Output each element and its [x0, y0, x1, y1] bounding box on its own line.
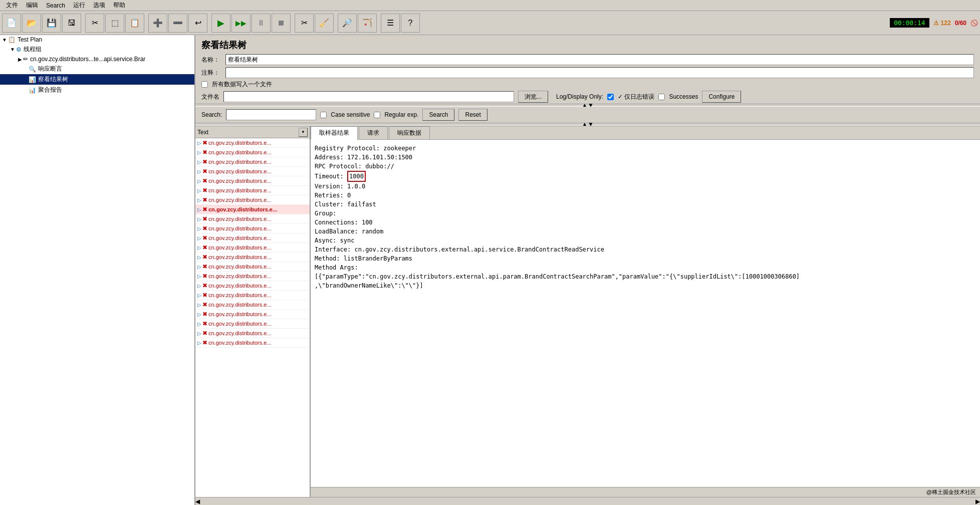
detail-line-async: Async: sync: [315, 236, 976, 245]
clear-button[interactable]: ↩: [188, 14, 207, 33]
tree-item-sampler[interactable]: ▶ ✏ cn.gov.zcy.distributors...te...api.s…: [0, 55, 194, 64]
stop-button[interactable]: ⏹: [272, 14, 291, 33]
menu-file[interactable]: 文件: [2, 0, 22, 11]
tree-item-assertion[interactable]: 🔍 响应断言: [0, 64, 194, 74]
list-item[interactable]: ▷ ✖ cn.gov.zcy.distributors.e...: [195, 224, 310, 233]
help-arrow-button[interactable]: 🏹: [358, 14, 377, 33]
menu-edit[interactable]: 编辑: [22, 0, 42, 11]
detail-line-registry: Registry Protocol: zookeeper: [315, 144, 976, 153]
list-item-selected[interactable]: ▷ ✖ cn.gov.zcy.distributors.e...: [195, 205, 310, 214]
arrow-icon: ▷: [197, 293, 201, 298]
tab-request[interactable]: 请求: [359, 126, 388, 139]
cut-button[interactable]: ✂: [85, 14, 104, 33]
list-item[interactable]: ▷ ✖ cn.gov.zcy.distributors.e...: [195, 329, 310, 338]
search-label: Search:: [201, 111, 222, 118]
error-icon: ✖: [202, 149, 207, 156]
broom-button[interactable]: 🧹: [315, 14, 334, 33]
detail-line-interface: Interface: cn.gov.zcy.distributors.exter…: [315, 245, 976, 254]
tree-item-listener-tree[interactable]: 📊 察看结果树: [0, 74, 194, 85]
start-no-pause-button[interactable]: ▶▶: [231, 14, 251, 33]
new-button[interactable]: 📄: [2, 14, 21, 33]
result-text: cn.gov.zcy.distributors.e...: [208, 197, 308, 203]
browse-button[interactable]: 浏览...: [518, 91, 548, 103]
menu-options[interactable]: 选项: [89, 0, 109, 11]
error-icon: ✖: [202, 196, 207, 203]
log-display-label: Log/Display Only:: [556, 93, 603, 100]
expand-icon: [26, 87, 28, 93]
remove-button[interactable]: ➖: [168, 14, 187, 33]
horizontal-scrollbar[interactable]: ◀ ▶: [195, 497, 980, 505]
results-area: Text ▼ ▷ ✖ cn.gov.zcy.distributors.e... …: [195, 126, 980, 497]
comment-row: 注释：: [195, 66, 980, 79]
name-input[interactable]: [225, 54, 974, 65]
list-item[interactable]: ▷ ✖ cn.gov.zcy.distributors.e...: [195, 233, 310, 243]
list-item[interactable]: ▷ ✖ cn.gov.zcy.distributors.e...: [195, 167, 310, 176]
tree-item-listener-report[interactable]: 📊 聚合报告: [0, 85, 194, 95]
list-item[interactable]: ▷ ✖ cn.gov.zcy.distributors.e...: [195, 272, 310, 281]
list-item[interactable]: ▷ ✖ cn.gov.zcy.distributors.e...: [195, 176, 310, 186]
list-header-label: Text: [197, 129, 297, 136]
list-item[interactable]: ▷ ✖ cn.gov.zcy.distributors.e...: [195, 195, 310, 205]
scroll-right-arrow: ▶: [975, 498, 980, 505]
comment-input[interactable]: [225, 67, 974, 78]
paste-button[interactable]: 📋: [125, 14, 144, 33]
menu-search[interactable]: Search: [42, 1, 69, 10]
tree-item-thread-group[interactable]: ▼ ⚙ 线程组: [0, 44, 194, 55]
list-item[interactable]: ▷ ✖ cn.gov.zcy.distributors.e...: [195, 338, 310, 348]
list-item[interactable]: ▷ ✖ cn.gov.zcy.distributors.e...: [195, 148, 310, 157]
copy-button[interactable]: ⬚: [105, 14, 124, 33]
panel-header: 察看结果树: [195, 35, 980, 53]
result-text: cn.gov.zcy.distributors.e...: [208, 264, 308, 270]
list-item[interactable]: ▷ ✖ cn.gov.zcy.distributors.e...: [195, 281, 310, 291]
open-button[interactable]: 📂: [22, 14, 41, 33]
save-button[interactable]: 💾: [42, 14, 61, 33]
menu-run[interactable]: 运行: [69, 0, 89, 11]
list-item[interactable]: ▷ ✖ cn.gov.zcy.distributors.e...: [195, 319, 310, 329]
log-display-row: Log/Display Only: ✓ 仅日志错误 Successes Conf…: [556, 91, 741, 103]
list-item[interactable]: ▷ ✖ cn.gov.zcy.distributors.e...: [195, 186, 310, 195]
result-text: cn.gov.zcy.distributors.e...: [208, 187, 308, 193]
list-item[interactable]: ▷ ✖ cn.gov.zcy.distributors.e...: [195, 300, 310, 310]
case-sensitive-checkbox[interactable]: [320, 112, 327, 118]
list-item[interactable]: ▷ ✖ cn.gov.zcy.distributors.e...: [195, 138, 310, 148]
detail-line-args-value-1: [{"paramType":"cn.gov.zcy.distributors.e…: [315, 272, 976, 281]
list-item[interactable]: ▷ ✖ cn.gov.zcy.distributors.e...: [195, 252, 310, 262]
list-item[interactable]: ▷ ✖ cn.gov.zcy.distributors.e...: [195, 157, 310, 167]
filename-input[interactable]: [223, 91, 514, 102]
search-input[interactable]: [226, 109, 316, 120]
help-button[interactable]: ?: [401, 14, 420, 33]
search-button[interactable]: Search: [422, 109, 454, 121]
tree-label: 响应断言: [38, 65, 62, 73]
tree-label: 察看结果树: [38, 75, 68, 84]
regex-checkbox[interactable]: [374, 112, 380, 118]
list-item[interactable]: ▷ ✖ cn.gov.zcy.distributors.e...: [195, 262, 310, 272]
start-button[interactable]: ▶: [211, 14, 230, 33]
progress-display: 0/60: [955, 20, 966, 27]
binoculars-button[interactable]: 🔎: [338, 14, 357, 33]
list-item[interactable]: ▷ ✖ cn.gov.zcy.distributors.e...: [195, 310, 310, 319]
errors-only-checkbox[interactable]: [607, 94, 614, 100]
list-item[interactable]: ▷ ✖ cn.gov.zcy.distributors.e...: [195, 291, 310, 300]
timeout-value: 1000: [347, 171, 366, 182]
list-item[interactable]: ▷ ✖ cn.gov.zcy.distributors.e...: [195, 214, 310, 224]
watermark: @稀土掘金技术社区: [926, 488, 976, 496]
list-button[interactable]: ☰: [381, 14, 400, 33]
menu-help[interactable]: 帮助: [109, 0, 129, 11]
successes-checkbox[interactable]: [658, 94, 665, 100]
errors-only-label: ✓ 仅日志错误: [618, 93, 654, 101]
configure-button[interactable]: Configure: [702, 91, 741, 103]
arrow-icon: ▷: [197, 197, 201, 203]
save-as-button[interactable]: 🖫: [62, 14, 81, 33]
tab-sampler-result[interactable]: 取样器结果: [311, 126, 358, 140]
expand-icon: ▼: [2, 37, 7, 43]
shears-button[interactable]: ✂: [295, 14, 314, 33]
tree-item-test-plan[interactable]: ▼ 📋 Test Plan: [0, 35, 194, 44]
tab-response-data[interactable]: 响应数据: [389, 126, 430, 139]
list-dropdown-button[interactable]: ▼: [299, 128, 308, 137]
list-item[interactable]: ▷ ✖ cn.gov.zcy.distributors.e...: [195, 243, 310, 252]
all-data-checkbox[interactable]: [201, 81, 208, 88]
pause-button[interactable]: ⏸: [252, 14, 271, 33]
comment-label: 注释：: [201, 69, 221, 77]
add-button[interactable]: ➕: [148, 14, 167, 33]
reset-button[interactable]: Reset: [458, 109, 487, 121]
